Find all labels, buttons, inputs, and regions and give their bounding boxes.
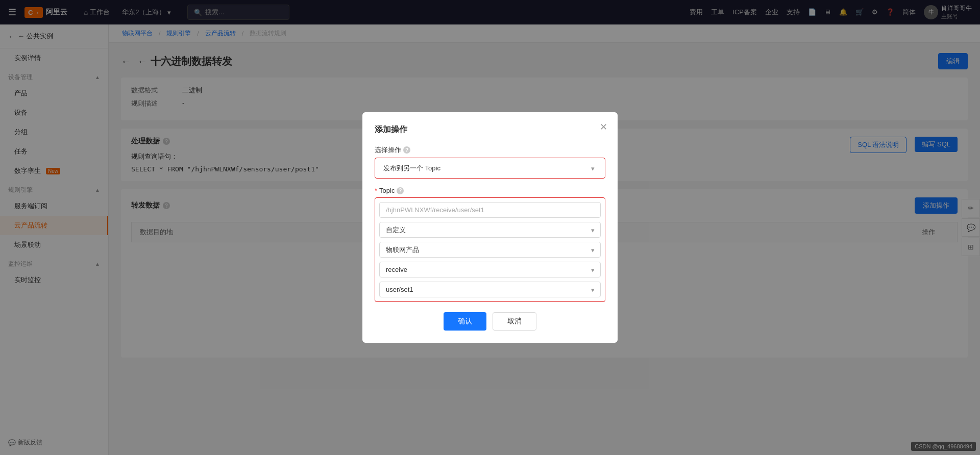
topic-info-icon[interactable]: ? [397,187,404,194]
topic-dropdown-iot-product: 物联网产品 [379,242,601,258]
receive-select[interactable]: receive [379,262,601,277]
confirm-button[interactable]: 确认 [444,312,486,331]
topic-input-row: /hjhnPWLNXWf/receive/user/set1 [379,202,601,218]
topic-prefix: /hjhnPWLNXWf/receive/user/set1 [386,206,484,214]
modal-title: 添加操作 [375,124,605,135]
operation-select-container: 发布到另一个 Topic 存储到云数据库 推送到消息服务 [375,158,605,179]
select-operation-field: 选择操作 ? 发布到另一个 Topic 存储到云数据库 推送到消息服务 [375,145,605,179]
add-action-modal: 添加操作 ✕ 选择操作 ? 发布到另一个 Topic 存储到云数据库 推送到消息… [362,112,618,343]
user-set-select-wrapper: user/set1 [379,282,601,297]
user-set-select[interactable]: user/set1 [379,282,601,297]
receive-select-wrapper: receive [379,262,601,277]
modal-close-button[interactable]: ✕ [600,122,607,132]
modal-footer: 确认 取消 [375,312,605,331]
iot-product-select[interactable]: 物联网产品 [379,242,601,258]
cancel-button[interactable]: 取消 [493,312,536,331]
modal-overlay: 添加操作 ✕ 选择操作 ? 发布到另一个 Topic 存储到云数据库 推送到消息… [0,0,980,455]
operation-select-wrapper: 发布到另一个 Topic 存储到云数据库 推送到消息服务 [379,162,601,174]
topic-label-text: Topic [379,187,395,194]
operation-select[interactable]: 发布到另一个 Topic 存储到云数据库 推送到消息服务 [379,162,601,174]
topic-dropdown-receive: receive [379,262,601,277]
customize-select-wrapper: 自定义 [379,222,601,238]
required-star: * [375,187,377,194]
operation-info-icon[interactable]: ? [403,146,410,154]
topic-dropdown-user-set: user/set1 [379,282,601,297]
customize-select[interactable]: 自定义 [379,222,601,238]
select-operation-label: 选择操作 ? [375,145,605,155]
iot-product-select-wrapper: 物联网产品 [379,242,601,258]
topic-field: * Topic ? /hjhnPWLNXWf/receive/user/set1… [375,187,605,302]
topic-field-group: /hjhnPWLNXWf/receive/user/set1 自定义 物联网产品 [375,197,605,302]
topic-dropdown-customize: 自定义 [379,222,601,238]
topic-label: * Topic ? [375,187,605,194]
select-op-label-text: 选择操作 [375,145,401,155]
